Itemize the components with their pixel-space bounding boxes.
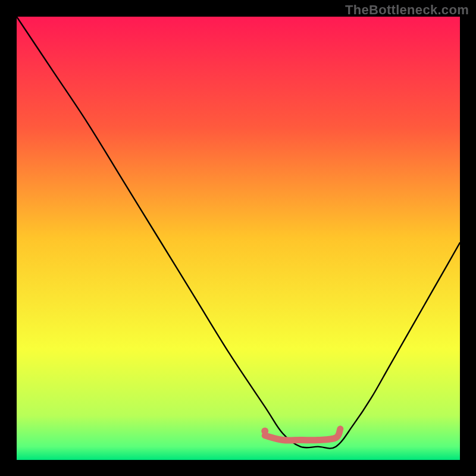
chart-svg — [17, 17, 460, 460]
chart-stage: TheBottleneck.com — [0, 0, 476, 476]
chart-plot-area — [17, 17, 460, 460]
attribution-text: TheBottleneck.com — [345, 2, 469, 18]
optimal-start-dot — [261, 428, 268, 435]
heat-background — [17, 17, 460, 460]
